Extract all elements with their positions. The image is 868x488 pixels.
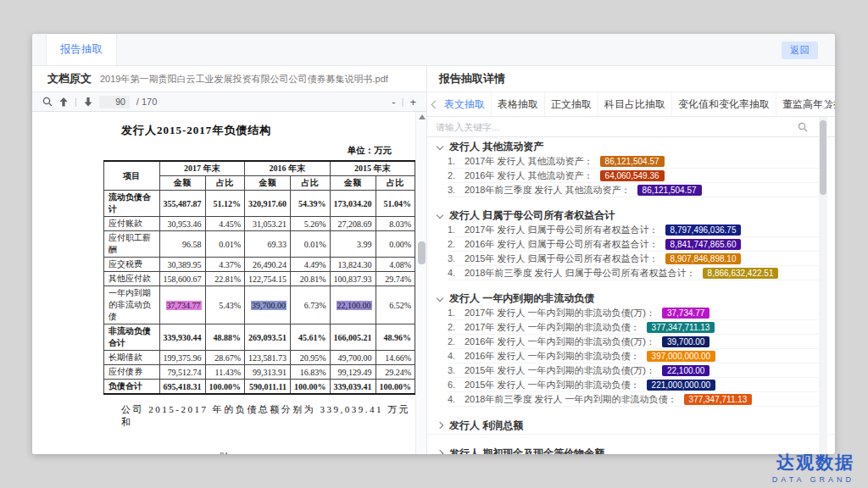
table-row: 负债合计695,418.31100.00%590,011.11100.00%33… — [104, 380, 415, 395]
item-label: 2018年前三季度 发行人 归属于母公司所有者权益合计： — [465, 267, 696, 280]
table-cell: 29.24% — [376, 365, 415, 380]
table-cell: 14.66% — [376, 351, 415, 365]
table-cell: 99,129.49 — [330, 365, 376, 380]
chevron-right-icon — [437, 422, 443, 429]
table-cell: 8.03% — [376, 217, 415, 231]
value-badge[interactable]: 86,121,504.57 — [637, 185, 702, 196]
list-scrollbar[interactable] — [819, 117, 827, 454]
table-cell: 48.96% — [376, 324, 415, 351]
extraction-item[interactable]: 3.2015年 发行人 一年内到期的非流动负债(万)：22,100.00 — [448, 363, 820, 378]
table-cell: 20.81% — [291, 272, 331, 286]
extraction-item[interactable]: 1.2017年 发行人 归属于母公司所有者权益合计：8,797,496,036.… — [448, 223, 820, 237]
tab-report-extraction[interactable]: 报告抽取 — [46, 34, 117, 65]
value-badge[interactable]: 86,121,504.57 — [600, 156, 665, 167]
table-cell: 0.00% — [376, 231, 415, 258]
value-badge[interactable]: 37,734.77 — [662, 308, 710, 319]
chevron-right-icon — [437, 450, 443, 454]
highlighted-value[interactable]: 37,734.77 — [166, 301, 202, 310]
table-cell: 96.58 — [159, 231, 205, 258]
document-filename: 2019年第一期贵阳白云工业发展投资有限公司公司债券募集说明书.pdf — [100, 73, 388, 86]
keyword-search-bar — [427, 117, 835, 137]
table-row-label: 其他应付款 — [104, 272, 160, 286]
table-row-label: 应付债券 — [104, 365, 160, 380]
table-row: 非流动负债合计339,930.4448.88%269,093.5145.61%1… — [104, 324, 415, 351]
group-title: 发行人 期初现金及现金等价物余额 — [449, 446, 604, 455]
detail-tab-0[interactable]: 表文抽取 — [438, 92, 491, 117]
value-badge[interactable]: 397,000,000.00 — [647, 351, 716, 362]
extraction-item[interactable]: 2.2016年 发行人 其他流动资产：64,060,549.36 — [448, 169, 820, 183]
value-badge[interactable]: 22,100.00 — [662, 365, 710, 376]
extraction-item[interactable]: 6.2015年 发行人 一年内到期的非流动负债：221,000,000.00 — [448, 378, 820, 392]
table-cell: 320,917.60 — [245, 191, 291, 217]
search-icon[interactable] — [798, 122, 808, 132]
extraction-item[interactable]: 2.2016年 发行人 归属于母公司所有者权益合计：8,841,747,865.… — [448, 237, 820, 252]
table-cell: 166,005.21 — [330, 324, 376, 351]
group-header[interactable]: 发行人 一年内到期的非流动负债 — [427, 291, 835, 306]
table-cell: 30,953.46 — [159, 217, 205, 231]
extraction-item[interactable]: 4.2016年 发行人 一年内到期的非流动负债：397,000,000.00 — [448, 349, 820, 363]
value-badge[interactable]: 377,347,711.13 — [647, 322, 715, 333]
extraction-list: 发行人 其他流动资产1.2017年 发行人 其他流动资产：86,121,504.… — [427, 137, 835, 454]
scroll-up-icon[interactable] — [419, 114, 426, 119]
page-number-input[interactable] — [99, 96, 130, 108]
highlighted-value[interactable]: 22,100.00 — [337, 301, 372, 310]
extraction-item[interactable]: 4.2018年前三季度 发行人 一年内到期的非流动负债：377,347,711.… — [448, 392, 820, 407]
value-badge[interactable]: 221,000,000.00 — [647, 380, 716, 391]
detail-tab-4[interactable]: 变化值和变化率抽取 — [671, 92, 776, 117]
detail-tab-2[interactable]: 正文抽取 — [544, 92, 598, 117]
item-number: 3. — [448, 185, 465, 195]
table-cell: 30,389.95 — [159, 258, 205, 272]
table-row: 应交税费30,389.954.37%26,490.244.49%13,824.3… — [104, 258, 415, 272]
main-window: 报告抽取 返回 文档原文 2019年第一期贵阳白云工业发展投资有限公司公司债券募… — [32, 34, 835, 454]
value-badge[interactable]: 8,866,632,422.51 — [703, 268, 779, 279]
document-header: 文档原文 2019年第一期贵阳白云工业发展投资有限公司公司债券募集说明书.pdf — [32, 66, 426, 92]
extraction-item[interactable]: 2.2016年 发行人 一年内到期的非流动负债(万)：39,700.00 — [448, 335, 820, 349]
pdf-viewport: 发行人2015-2017年负债结构 单位：万元 项目2017 年末2016 年末… — [32, 112, 426, 454]
table-cell: 0.01% — [205, 231, 245, 258]
value-badge[interactable]: 64,060,549.36 — [600, 170, 665, 181]
next-page-icon[interactable] — [84, 97, 92, 107]
value-badge[interactable]: 8,797,496,036.75 — [665, 225, 742, 236]
item-label: 2018年前三季度 发行人 一年内到期的非流动负债： — [465, 393, 677, 406]
table-cell: 339,039.41 — [330, 380, 376, 395]
highlighted-value[interactable]: 39,700.00 — [251, 301, 287, 310]
zoom-divider: | — [402, 97, 404, 107]
search-icon[interactable] — [42, 97, 53, 107]
group-header[interactable]: 发行人 其他流动资产 — [427, 139, 835, 154]
extraction-item[interactable]: 4.2018年前三季度 发行人 归属于母公司所有者权益合计：8,866,632,… — [448, 266, 820, 280]
value-badge[interactable]: 377,347,711.13 — [684, 394, 753, 405]
detail-tab-1[interactable]: 表格抽取 — [491, 92, 544, 117]
keyword-search-input[interactable] — [427, 117, 810, 136]
extraction-item[interactable]: 2.2017年 发行人 一年内到期的非流动负债：377,347,711.13 — [448, 320, 820, 335]
extraction-item[interactable]: 3.2018年前三季度 发行人 其他流动资产：86,121,504.57 — [448, 183, 820, 197]
item-label: 2016年 发行人 其他流动资产： — [465, 169, 593, 182]
table-cell: 54.39% — [291, 191, 331, 217]
value-badge[interactable]: 8,841,747,865.60 — [665, 239, 742, 250]
table-cell: 31,053.21 — [245, 217, 291, 231]
pdf-unit-label: 单位：万元 — [32, 145, 415, 157]
pdf-scrollbar[interactable] — [415, 112, 426, 454]
item-number: 1. — [448, 225, 465, 235]
zoom-out-button[interactable]: - — [392, 96, 395, 108]
pdf-scrollbar-thumb[interactable] — [418, 241, 426, 264]
prev-page-icon[interactable] — [59, 97, 68, 107]
extraction-item[interactable]: 1.2017年 发行人 其他流动资产：86,121,504.57 — [448, 154, 820, 169]
detail-tab-3[interactable]: 科目占比抽取 — [598, 92, 671, 117]
table-cell: 45.61% — [291, 324, 331, 351]
table-header-year: 2016 年末 — [245, 161, 331, 176]
zoom-in-button[interactable]: + — [409, 96, 416, 108]
back-button[interactable]: 返回 — [782, 42, 818, 59]
group-title: 发行人 其他流动资产 — [449, 140, 543, 154]
item-label: 2018年前三季度 发行人 其他流动资产： — [465, 184, 631, 197]
extraction-item[interactable]: 3.2015年 发行人 归属于母公司所有者权益合计：8,907,846,898.… — [448, 252, 820, 266]
table-cell: 100.00% — [376, 380, 415, 395]
list-scrollbar-thumb[interactable] — [820, 120, 826, 195]
item-number: 4. — [448, 351, 465, 361]
group-header[interactable]: 发行人 归属于母公司所有者权益合计 — [427, 208, 835, 223]
value-badge[interactable]: 8,907,846,898.10 — [665, 253, 742, 264]
value-badge[interactable]: 39,700.00 — [662, 336, 710, 347]
table-row-label: 一年内到期的非流动负债 — [104, 286, 160, 324]
group-header[interactable]: 发行人 利润总额 — [427, 417, 835, 435]
table-cell: 26,490.24 — [245, 258, 291, 272]
extraction-item[interactable]: 1.2017年 发行人 一年内到期的非流动负债(万)：37,734.77 — [448, 306, 820, 320]
